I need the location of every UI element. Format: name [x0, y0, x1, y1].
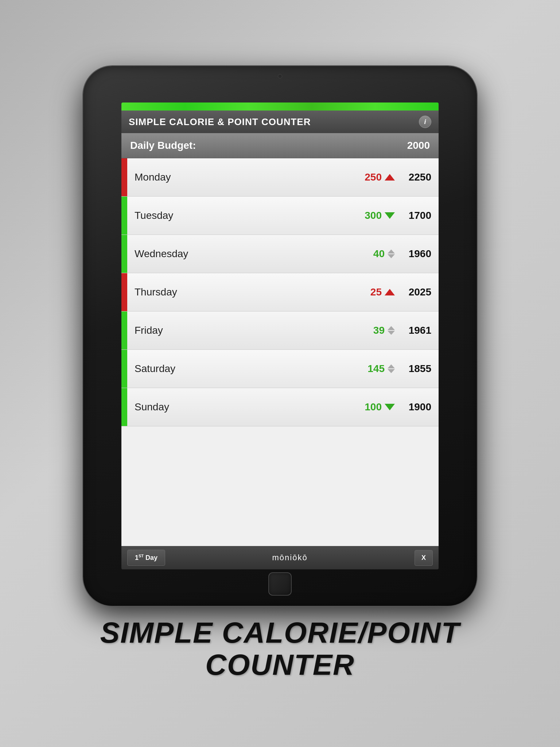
- consumed-value: 300: [365, 210, 382, 221]
- day-total: 1960: [395, 248, 439, 260]
- day-name: Saturday: [127, 363, 322, 375]
- day-name: Sunday: [127, 401, 322, 413]
- day-middle: 250: [322, 171, 395, 183]
- caption-line1: SIMPLE CALORIE/POINT: [100, 617, 460, 649]
- table-row: Friday391961: [121, 311, 439, 350]
- status-indicator: [121, 197, 127, 235]
- day-middle: 25: [322, 286, 395, 298]
- status-indicator: [121, 235, 127, 273]
- consumed-value: 145: [368, 363, 385, 375]
- day-name: Wednesday: [127, 248, 322, 260]
- arrow-up-button[interactable]: [385, 174, 395, 181]
- app-title: SIMPLE CALORIE & POINT COUNTER: [129, 116, 311, 128]
- consumed-value: 250: [365, 171, 382, 183]
- arrow-down-button[interactable]: [385, 404, 395, 410]
- arrow-double-button[interactable]: [388, 364, 395, 373]
- arrow-up-button[interactable]: [385, 289, 395, 295]
- green-progress-bar: [121, 102, 439, 111]
- day-total: 1961: [395, 325, 439, 336]
- consumed-value: 40: [373, 248, 385, 260]
- table-row: Monday2502250: [121, 158, 439, 197]
- daily-budget-label: Daily Budget:: [130, 140, 196, 151]
- consumed-value: 25: [370, 286, 382, 298]
- status-indicator: [121, 311, 127, 349]
- day-total: 1700: [395, 210, 439, 221]
- status-indicator: [121, 388, 127, 426]
- day-middle: 145: [322, 363, 395, 375]
- status-indicator: [121, 158, 127, 196]
- day-name: Friday: [127, 325, 322, 336]
- day-total: 2250: [395, 171, 439, 183]
- table-row: Sunday1001900: [121, 388, 439, 426]
- daily-budget-row: Daily Budget: 2000: [121, 133, 439, 158]
- table-row: Saturday1451855: [121, 350, 439, 388]
- table-row: Wednesday401960: [121, 235, 439, 273]
- day-middle: 40: [322, 248, 395, 260]
- arrow-double-button[interactable]: [388, 249, 395, 258]
- day-middle: 100: [322, 401, 395, 413]
- close-button[interactable]: X: [415, 550, 433, 566]
- status-indicator: [121, 273, 127, 311]
- consumed-value: 39: [373, 325, 385, 336]
- day-name: Tuesday: [127, 210, 322, 221]
- caption-area: SIMPLE CALORIE/POINT COUNTER: [100, 617, 460, 681]
- caption-line2: COUNTER: [100, 649, 460, 681]
- days-list: Monday2502250Tuesday3001700Wednesday4019…: [121, 158, 439, 546]
- app-title-bar: SIMPLE CALORIE & POINT COUNTER i: [121, 111, 439, 133]
- day-name: Monday: [127, 171, 322, 183]
- arrow-down-button[interactable]: [385, 212, 395, 219]
- arrow-double-button[interactable]: [388, 326, 395, 335]
- day-middle: 39: [322, 325, 395, 336]
- bottom-bar: 1ST Day mōniōkō X: [121, 546, 439, 569]
- brand-logo: mōniōkō: [165, 553, 415, 562]
- day-total: 1900: [395, 401, 439, 413]
- info-button[interactable]: i: [419, 116, 431, 128]
- table-row: Thursday252025: [121, 273, 439, 311]
- consumed-value: 100: [365, 401, 382, 413]
- day-name: Thursday: [127, 286, 322, 298]
- table-row: Tuesday3001700: [121, 197, 439, 235]
- first-day-button[interactable]: 1ST Day: [127, 550, 165, 566]
- day-total: 1855: [395, 363, 439, 375]
- status-indicator: [121, 350, 127, 388]
- content-area: Daily Budget: 2000 Monday2502250Tuesday3…: [121, 133, 439, 546]
- day-total: 2025: [395, 286, 439, 298]
- day-middle: 300: [322, 210, 395, 221]
- tablet-device: SIMPLE CALORIE & POINT COUNTER i Daily B…: [83, 66, 477, 606]
- screen: SIMPLE CALORIE & POINT COUNTER i Daily B…: [121, 102, 439, 569]
- daily-budget-value: 2000: [407, 140, 430, 151]
